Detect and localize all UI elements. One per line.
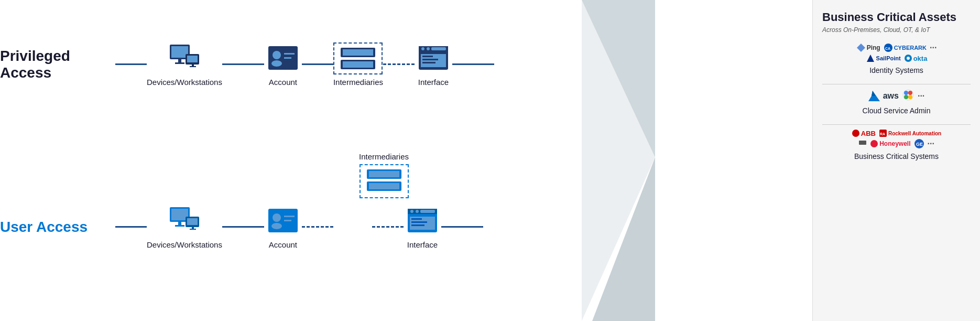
interface-node-user: Interface (404, 205, 441, 249)
connector-dashed-priv (383, 63, 415, 65)
ge-logo: GE (914, 138, 924, 149)
cloud-logos-row: aws ··· (822, 89, 971, 103)
devices-label-priv: Devices/Workstations (147, 78, 222, 87)
connector-1 (115, 63, 147, 65)
svg-rect-33 (190, 229, 196, 230)
svg-rect-16 (343, 61, 373, 68)
svg-marker-58 (867, 55, 874, 62)
svg-rect-3 (175, 62, 184, 64)
svg-point-41 (410, 210, 413, 213)
intermediaries-node-priv: Intermediaries (333, 42, 383, 87)
biz-critical-label: Business Critical Systems (822, 152, 971, 160)
identity-logos-row1: Ping CA CYBERARK ··· (822, 43, 971, 52)
svg-rect-47 (411, 224, 424, 226)
account-node-user: Account (264, 205, 302, 249)
identity-systems-label: Identity Systems (822, 66, 971, 74)
svg-rect-51 (369, 183, 399, 189)
identity-systems-section: Ping CA CYBERARK ··· SailPoint okta Iden… (822, 43, 971, 74)
svg-rect-28 (178, 222, 181, 225)
svg-rect-14 (343, 49, 373, 56)
connector-u2 (222, 226, 264, 228)
interface-node-priv: Interface (415, 42, 452, 87)
svg-marker-55 (857, 44, 865, 52)
svg-point-67 (904, 95, 908, 99)
user-access-row: User Access Devices/Workstations (0, 205, 666, 249)
panel-subtitle: Across On-Premises, Cloud, OT, & IoT (822, 26, 971, 34)
panel-title: Business Critical Assets (822, 10, 971, 24)
svg-rect-6 (192, 65, 194, 66)
svg-rect-38 (284, 220, 291, 221)
interface-icon-user (404, 205, 441, 236)
cloud-admin-label: Cloud Service Admin (822, 106, 971, 115)
svg-rect-2 (178, 59, 181, 62)
interface-label-priv: Interface (418, 78, 449, 87)
main-diagram: Privileged Access Devices/Work (0, 0, 812, 321)
svg-rect-49 (369, 171, 399, 177)
svg-rect-11 (284, 53, 295, 55)
svg-point-9 (273, 51, 281, 59)
rockwell-logo: RA Rockwell Automation (879, 129, 941, 137)
svg-rect-34 (268, 209, 298, 232)
workstation-icon-priv (166, 42, 203, 73)
svg-rect-12 (284, 57, 291, 59)
svg-rect-46 (411, 221, 427, 223)
cloud-more: ··· (918, 91, 924, 101)
devices-workstations-node-user: Devices/Workstations (147, 205, 222, 249)
interface-icon-priv (415, 42, 452, 73)
intermediaries-label-priv: Intermediaries (333, 78, 383, 87)
svg-point-64 (904, 91, 908, 95)
svg-text:GE: GE (916, 142, 923, 147)
account-node-priv: Account (264, 42, 302, 87)
connector-final-priv (452, 63, 494, 65)
svg-rect-71 (859, 141, 866, 145)
account-icon-user (264, 205, 302, 236)
intermediaries-label-user: Intermediaries (359, 152, 409, 161)
privileged-access-label: Privileged Access (0, 48, 115, 81)
devices-workstations-node-priv: Devices/Workstations (147, 42, 222, 87)
svg-point-42 (416, 210, 419, 213)
honeywell-logo: Honeywell (870, 140, 910, 148)
svg-rect-29 (175, 225, 184, 227)
workstation-icon-user (166, 205, 203, 236)
biz-critical-section: ABB RA Rockwell Automation Honeywell GE … (822, 129, 971, 160)
connector-dashed-u2 (372, 226, 404, 228)
biz-logos-row2: Honeywell GE ··· (822, 138, 971, 149)
svg-point-20 (427, 47, 430, 50)
svg-point-65 (908, 91, 912, 95)
svg-text:CA: CA (885, 47, 890, 50)
divider-2 (822, 124, 971, 125)
aws-logo: aws (883, 91, 899, 101)
biz-more: ··· (928, 139, 934, 148)
svg-rect-25 (422, 62, 435, 63)
svg-rect-5 (187, 56, 198, 62)
okta-logo: okta (904, 54, 928, 62)
svg-rect-31 (187, 218, 198, 225)
triangle-decoration (582, 0, 666, 321)
azure-logo (868, 91, 880, 101)
connector-dashed-u1 (302, 226, 333, 228)
svg-rect-37 (284, 216, 295, 217)
devices-label-user: Devices/Workstations (147, 240, 222, 249)
connector-2 (222, 63, 264, 65)
ot-icon (858, 138, 867, 149)
svg-point-72 (870, 140, 878, 147)
intermediaries-icon-user (360, 164, 409, 198)
identity-logos-row2: SailPoint okta (822, 54, 971, 63)
abb-logo: ABB (852, 129, 876, 137)
biz-logos-row1: ABB RA Rockwell Automation (822, 129, 971, 137)
svg-point-63 (903, 90, 913, 100)
ping-logo: Ping (856, 43, 880, 52)
svg-point-19 (421, 47, 424, 50)
svg-point-66 (908, 95, 912, 99)
user-access-label: User Access (0, 219, 115, 236)
svg-rect-24 (422, 59, 438, 60)
connector-3 (302, 63, 333, 65)
connector-u1 (115, 226, 147, 228)
svg-rect-32 (192, 227, 194, 229)
identity-more: ··· (930, 43, 937, 52)
svg-text:RA: RA (880, 132, 885, 136)
interface-label-user: Interface (407, 240, 438, 249)
intermediaries-icon-priv (333, 42, 383, 74)
svg-rect-21 (431, 47, 446, 50)
privileged-access-row: Privileged Access Devices/Work (0, 42, 666, 87)
